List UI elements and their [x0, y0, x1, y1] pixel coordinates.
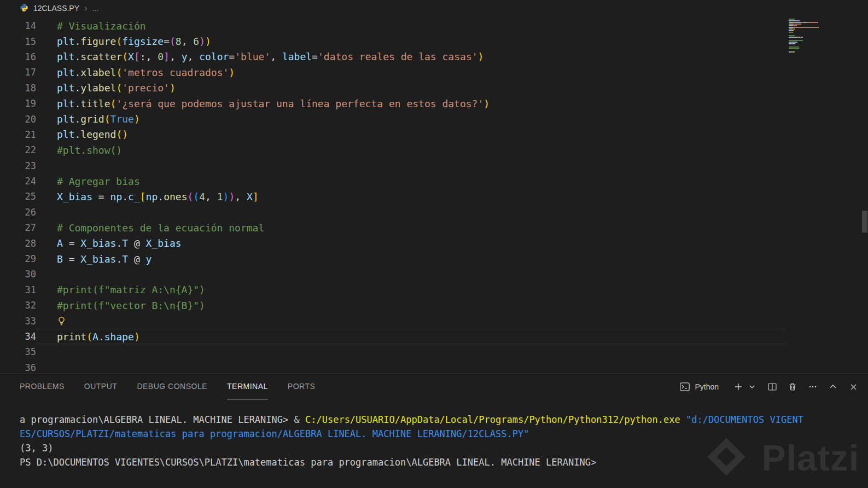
code-line-32[interactable]: 32#print(f"vector B:\n{B}"): [0, 298, 786, 313]
line-code: plt.title('¿será que podemos ajustar una…: [36, 96, 786, 111]
panel-tab-debug-console[interactable]: DEBUG CONSOLE: [137, 374, 207, 399]
terminal-line: (3, 3): [20, 441, 868, 455]
line-code: plt.figure(figsize=(8, 6)): [36, 33, 786, 49]
code-line-31[interactable]: 31#print(f"matriz A:\n{A}"): [0, 282, 786, 298]
minimap-line: [789, 28, 828, 30]
minimap-line: [789, 42, 828, 43]
minimap-line: [789, 37, 828, 38]
launch-profile-chevron-icon[interactable]: [746, 381, 758, 393]
code-line-30[interactable]: 30: [0, 266, 786, 282]
code-line-20[interactable]: 20plt.grid(True): [0, 111, 786, 126]
code-line-36[interactable]: 36: [0, 360, 786, 374]
minimap-line: [789, 51, 828, 53]
line-number: 20: [0, 114, 36, 125]
kill-terminal-icon[interactable]: [787, 381, 799, 393]
line-number: 31: [0, 284, 36, 295]
minimap-line: [789, 45, 828, 46]
line-number: 21: [0, 129, 36, 140]
line-number: 17: [0, 67, 36, 78]
line-number: 29: [0, 253, 36, 264]
code-line-16[interactable]: 16plt.scatter(X[:, 0], y, color='blue', …: [0, 49, 786, 65]
minimap-line: [789, 27, 828, 28]
minimap-line: [789, 40, 828, 41]
minimap-line: [789, 35, 828, 36]
code-line-34[interactable]: 34print(A.shape): [0, 329, 786, 344]
line-code: [36, 313, 786, 328]
line-number: 30: [0, 269, 36, 280]
line-number: 22: [0, 144, 36, 155]
minimap-line: [789, 22, 828, 23]
line-number: 19: [0, 98, 36, 109]
code-line-26[interactable]: 26: [0, 205, 786, 220]
code-editor[interactable]: 14# Visualización15plt.figure(figsize=(8…: [0, 16, 868, 374]
code-line-24[interactable]: 24# Agregar bias: [0, 173, 786, 189]
terminal-shell-selector[interactable]: Python: [679, 381, 719, 393]
split-terminal-icon[interactable]: [766, 381, 778, 393]
minimap[interactable]: [789, 19, 828, 56]
line-code: plt.xlabel('metros cuadrados'): [36, 65, 786, 80]
line-number: 34: [0, 331, 36, 342]
terminal-line: ES/CURSOS/PLATZI/matematicas para progra…: [20, 427, 868, 441]
line-code: plt.legend(): [36, 127, 786, 142]
code-line-23[interactable]: 23: [0, 158, 786, 173]
code-line-18[interactable]: 18plt.ylabel('precio'): [0, 80, 786, 96]
code-line-29[interactable]: 29B = X_bias.T @ y: [0, 251, 786, 266]
line-code: [36, 158, 786, 173]
line-code: [36, 344, 786, 359]
minimap-line: [789, 53, 828, 54]
minimap-line: [789, 48, 828, 49]
line-number: 25: [0, 191, 36, 202]
minimap-line: [789, 30, 828, 31]
panel-tab-problems[interactable]: PROBLEMS: [20, 374, 65, 399]
new-terminal-icon[interactable]: [732, 381, 744, 393]
code-line-17[interactable]: 17plt.xlabel('metros cuadrados'): [0, 65, 786, 80]
minimap-line: [789, 50, 828, 51]
breadcrumb-symbol-path[interactable]: ...: [92, 4, 98, 13]
code-line-21[interactable]: 21plt.legend(): [0, 127, 786, 142]
line-code: A = X_bias.T @ X_bias: [36, 235, 786, 251]
breadcrumb-file[interactable]: 12CLASS.PY: [33, 4, 79, 13]
panel-tab-bar: PROBLEMSOUTPUTDEBUG CONSOLETERMINALPORTS: [20, 374, 315, 399]
line-code: print(A.shape): [36, 329, 786, 344]
code-line-27[interactable]: 27# Componentes de la ecuación normal: [0, 220, 786, 235]
editor-scrollbar-thumb[interactable]: [862, 211, 867, 233]
code-line-22[interactable]: 22#plt.show(): [0, 142, 786, 158]
line-number: 24: [0, 176, 36, 187]
panel-tab-terminal[interactable]: TERMINAL: [227, 374, 268, 399]
code-line-25[interactable]: 25X_bias = np.c_[np.ones((4, 1)), X]: [0, 189, 786, 204]
line-number: 26: [0, 207, 36, 218]
code-line-33[interactable]: 33: [0, 313, 786, 328]
code-line-15[interactable]: 15plt.figure(figsize=(8, 6)): [0, 33, 786, 49]
code-line-35[interactable]: 35: [0, 344, 786, 359]
terminal-output[interactable]: a programacion\ALGEBRA LINEAL. MACHINE L…: [0, 399, 868, 469]
editor-lines: 14# Visualización15plt.figure(figsize=(8…: [0, 18, 786, 374]
line-code: plt.grid(True): [36, 111, 786, 126]
line-number: 33: [0, 316, 36, 327]
line-number: 15: [0, 36, 36, 47]
line-code: # Componentes de la ecuación normal: [36, 220, 786, 235]
minimap-line: [789, 20, 828, 21]
minimap-line: [789, 33, 828, 34]
minimap-line: [789, 55, 828, 56]
code-line-19[interactable]: 19plt.title('¿será que podemos ajustar u…: [0, 96, 786, 111]
line-number: 18: [0, 83, 36, 94]
panel-tab-ports[interactable]: PORTS: [288, 374, 315, 399]
minimap-line: [789, 38, 828, 39]
maximize-panel-icon[interactable]: [827, 381, 839, 393]
chevron-right-icon: ›: [84, 4, 87, 13]
line-code: # Agregar bias: [36, 173, 786, 189]
more-actions-icon[interactable]: [807, 381, 819, 393]
minimap-line: [789, 47, 828, 48]
panel-toolbar: Python: [679, 381, 859, 393]
code-line-28[interactable]: 28A = X_bias.T @ X_bias: [0, 235, 786, 251]
line-code: [36, 266, 786, 282]
line-code: #print(f"vector B:\n{B}"): [36, 298, 786, 313]
line-number: 16: [0, 51, 36, 62]
close-panel-icon[interactable]: [847, 381, 859, 393]
panel-tab-output[interactable]: OUTPUT: [84, 374, 118, 399]
line-code: [36, 205, 786, 220]
minimap-line: [789, 19, 828, 20]
code-line-14[interactable]: 14# Visualización: [0, 18, 786, 33]
lightbulb-icon[interactable]: [57, 316, 66, 326]
minimap-line: [789, 25, 828, 26]
